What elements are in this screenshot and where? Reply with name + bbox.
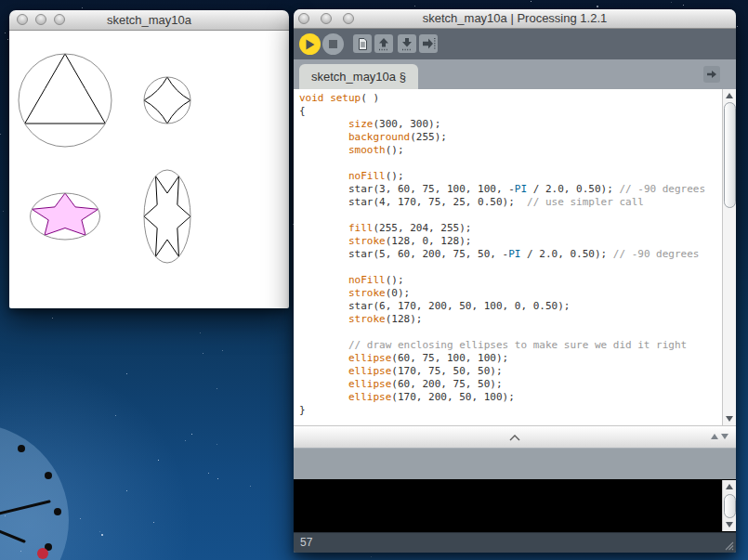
code-line: } bbox=[299, 404, 722, 417]
console-scroll-down-arrow[interactable] bbox=[723, 519, 736, 530]
minimize-button[interactable] bbox=[35, 14, 46, 25]
scroll-up-arrow[interactable] bbox=[723, 90, 736, 101]
code-line: star(6, 170, 200, 50, 100, 0, 0.50); bbox=[299, 300, 722, 313]
ellipse-shape bbox=[144, 77, 190, 124]
code-line: stroke(128); bbox=[299, 313, 722, 326]
code-line: fill(255, 204, 255); bbox=[299, 222, 722, 235]
processing-ide-window: sketch_may10a | Processing 1.2.1 bbox=[294, 9, 736, 553]
scroll-down-arrow[interactable] bbox=[723, 413, 736, 424]
arrow-right-icon bbox=[422, 37, 436, 50]
new-sketch-button[interactable] bbox=[353, 34, 372, 53]
zoom-button[interactable] bbox=[54, 14, 65, 25]
clock-face bbox=[0, 423, 69, 560]
export-button[interactable] bbox=[419, 34, 438, 53]
sketch-canvas[interactable] bbox=[9, 31, 289, 308]
save-button[interactable] bbox=[398, 34, 416, 53]
clock-red-dot bbox=[37, 548, 48, 559]
stop-icon bbox=[329, 40, 337, 48]
ide-toolbar bbox=[294, 29, 736, 59]
status-line-number: 57 bbox=[300, 533, 312, 553]
play-icon bbox=[305, 39, 315, 50]
splitter-down-icon bbox=[721, 434, 728, 439]
code-line: star(4, 170, 75, 25, 0.50); // use simpl… bbox=[299, 196, 722, 209]
code-line: noFill(); bbox=[299, 274, 722, 287]
editor-scrollbar[interactable] bbox=[722, 89, 736, 425]
run-button[interactable] bbox=[299, 33, 321, 55]
console-splitter-handle[interactable] bbox=[294, 425, 736, 449]
console-scrollbar-thumb[interactable] bbox=[724, 494, 736, 518]
zoom-button[interactable] bbox=[343, 13, 354, 24]
close-button[interactable] bbox=[17, 14, 28, 25]
sketch-window-title: sketch_may10a bbox=[107, 13, 191, 27]
code-line bbox=[299, 157, 722, 170]
arrow-down-icon bbox=[400, 37, 413, 51]
code-line: star(3, 60, 75, 100, 100, -PI / 2.0, 0.5… bbox=[299, 183, 722, 196]
code-line: size(300, 300); bbox=[299, 118, 722, 131]
ide-window-title: sketch_may10a | Processing 1.2.1 bbox=[423, 11, 608, 25]
clock-widget bbox=[0, 409, 130, 560]
close-button[interactable] bbox=[298, 13, 309, 24]
tab-sketch-may10a[interactable]: sketch_may10a § bbox=[299, 64, 418, 89]
code-line bbox=[299, 209, 722, 222]
code-text: void setup( ){ size(300, 300); backgroun… bbox=[294, 89, 722, 425]
console-scrollbar[interactable] bbox=[722, 480, 736, 531]
ide-tab-bar: sketch_may10a § bbox=[294, 59, 736, 89]
console-scroll-up-arrow[interactable] bbox=[723, 481, 736, 492]
sketch-output-window: sketch_may10a bbox=[9, 10, 289, 308]
arrow-up-icon bbox=[377, 37, 390, 51]
code-line: { bbox=[299, 105, 722, 118]
code-line: ellipse(60, 200, 75, 50); bbox=[299, 378, 722, 391]
star-shape bbox=[25, 54, 106, 124]
sketch-window-titlebar[interactable]: sketch_may10a bbox=[9, 10, 289, 31]
clock-hour-marker bbox=[54, 508, 61, 515]
code-line bbox=[299, 326, 722, 339]
sketch-drawing bbox=[9, 31, 289, 308]
resize-grip[interactable] bbox=[721, 538, 734, 551]
code-line: smooth(); bbox=[299, 144, 722, 157]
code-line: noFill(); bbox=[299, 170, 722, 183]
console-output bbox=[294, 479, 736, 532]
open-button[interactable] bbox=[374, 34, 393, 53]
clock-hour-marker bbox=[18, 445, 25, 452]
splitter-up-icon bbox=[711, 434, 718, 439]
tab-label: sketch_may10a § bbox=[311, 70, 406, 84]
code-line: ellipse(170, 75, 50, 50); bbox=[299, 365, 722, 378]
document-icon bbox=[357, 37, 369, 51]
ide-status-bar: 57 bbox=[294, 532, 736, 553]
tab-menu-button[interactable] bbox=[703, 66, 720, 83]
ellipse-shape bbox=[144, 170, 190, 263]
clock-hour-marker bbox=[45, 472, 52, 479]
code-line: ellipse(60, 75, 100, 100); bbox=[299, 352, 722, 365]
code-line: stroke(128, 0, 128); bbox=[299, 235, 722, 248]
stop-button[interactable] bbox=[322, 33, 344, 55]
minimize-button[interactable] bbox=[321, 13, 332, 24]
code-line: ellipse(170, 200, 50, 100); bbox=[299, 391, 722, 404]
code-line: background(255); bbox=[299, 131, 722, 144]
message-area bbox=[294, 449, 736, 479]
code-editor[interactable]: void setup( ){ size(300, 300); backgroun… bbox=[294, 89, 736, 425]
collapse-chevron-icon bbox=[509, 435, 520, 441]
star-shape bbox=[144, 176, 190, 257]
code-line: // draw enclosing ellipses to make sure … bbox=[299, 339, 722, 352]
code-line: stroke(0); bbox=[299, 287, 722, 300]
code-line: star(5, 60, 200, 75, 50, -PI / 2.0, 0.50… bbox=[299, 248, 722, 261]
editor-scrollbar-thumb[interactable] bbox=[724, 102, 736, 208]
code-line bbox=[299, 261, 722, 274]
splitter-arrows[interactable] bbox=[711, 434, 728, 439]
desktop: sketch_may10a sketch_may10a | Processing… bbox=[0, 0, 748, 560]
ellipse-shape bbox=[19, 54, 112, 147]
code-line: void setup( ) bbox=[299, 92, 722, 105]
arrow-right-icon bbox=[706, 70, 717, 79]
ide-titlebar[interactable]: sketch_may10a | Processing 1.2.1 bbox=[294, 9, 736, 29]
